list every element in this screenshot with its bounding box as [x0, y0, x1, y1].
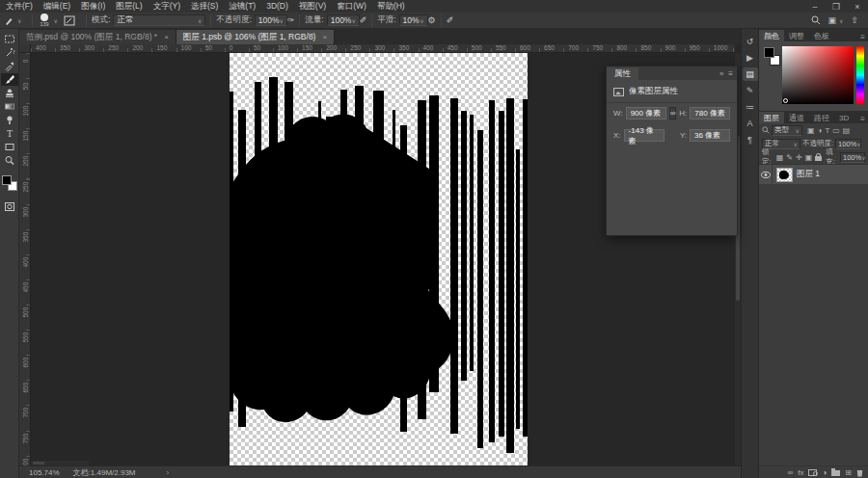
tab-swatches[interactable]: 色板 [809, 30, 834, 41]
filter-smart-object-icon[interactable]: ▤ [843, 126, 851, 135]
tab-channels[interactable]: 通道 [784, 112, 809, 123]
menu-item[interactable]: 窗口(W) [337, 1, 366, 11]
properties-panel-icon[interactable]: ▤ [743, 67, 758, 81]
quick-mask-button[interactable] [1, 200, 18, 213]
clone-stamp-tool[interactable] [1, 87, 18, 99]
horizontal-ruler[interactable]: 4003503002502001501005005010015020025030… [31, 44, 735, 53]
mode-select[interactable]: 正常∨ [113, 14, 205, 26]
brush-size-picker[interactable]: 139 ∨ [38, 13, 58, 28]
link-dimensions-icon[interactable]: ∞ [669, 107, 677, 120]
eyedropper-tool[interactable] [1, 60, 18, 72]
tab-adjustments[interactable]: 调整 [784, 30, 809, 41]
filter-shape-icon[interactable]: ▭ [832, 126, 840, 135]
shape-tool[interactable] [1, 141, 18, 153]
lock-transparency-icon[interactable]: ▦ [776, 153, 784, 162]
magic-wand-tool[interactable] [1, 46, 18, 59]
properties-title[interactable]: 属性 [607, 67, 638, 80]
status-menu-chevron[interactable]: › [167, 468, 170, 477]
restore-button[interactable]: ❐ [826, 2, 847, 12]
menu-item[interactable]: 帮助(H) [377, 1, 405, 11]
close-icon[interactable]: × [164, 33, 169, 41]
filter-adjustment-icon[interactable]: ◑ [818, 126, 823, 135]
flow-field[interactable]: 100%∨ [327, 14, 360, 26]
menu-item[interactable]: 编辑(E) [43, 1, 70, 11]
color-swatches[interactable] [763, 46, 782, 69]
tab-paths[interactable]: 路径 [809, 112, 834, 123]
visibility-toggle[interactable] [759, 165, 773, 184]
menu-item[interactable]: 图层(L) [116, 1, 142, 11]
panel-menu-icon[interactable]: ≡ [728, 69, 733, 78]
history-panel-icon[interactable]: ↺ [743, 35, 758, 48]
document-tab-inactive[interactable]: 范例.psd @ 100% (图层 1, RGB/8) *× [19, 30, 176, 44]
layer-thumbnail[interactable] [776, 168, 793, 182]
x-field[interactable]: -143 像素 [624, 129, 665, 142]
dodge-tool[interactable] [1, 114, 18, 126]
paragraph-panel-icon[interactable]: ¶ [743, 133, 758, 146]
close-button[interactable]: × [847, 2, 868, 12]
tool-preset-picker[interactable]: ∨ [4, 15, 21, 26]
layer-style-icon[interactable]: fx [798, 468, 803, 477]
brush-settings-panel-icon[interactable]: ✎ [743, 84, 758, 97]
new-layer-icon[interactable]: ⊞ [845, 468, 852, 477]
tab-3d[interactable]: 3D [834, 112, 854, 123]
clone-source-panel-icon[interactable]: ≔ [743, 100, 758, 114]
document-tab-active[interactable]: 图层 1.psb @ 106% (图层 1, RGB/8)× [176, 30, 335, 44]
saturation-brightness-field[interactable] [782, 46, 854, 104]
layer-opacity-field[interactable]: 100%∨ [835, 139, 861, 149]
menu-item[interactable]: 图像(I) [81, 1, 105, 11]
pressure-size-icon[interactable]: ✐ [447, 15, 454, 25]
canvas[interactable] [230, 53, 528, 465]
menu-item[interactable]: 选择(S) [191, 1, 218, 11]
zoom-level[interactable]: 105.74% [29, 468, 60, 477]
search-icon[interactable] [811, 15, 821, 25]
hue-slider[interactable] [856, 46, 864, 104]
tab-color[interactable]: 颜色 [759, 30, 784, 41]
collapse-panel-icon[interactable]: » [719, 69, 723, 78]
width-field[interactable]: 900 像素 [626, 107, 666, 120]
pressure-opacity-icon[interactable]: ✑ [287, 15, 295, 25]
character-panel-icon[interactable]: A [743, 117, 758, 130]
menu-item[interactable]: 滤镜(T) [229, 1, 256, 11]
fill-field[interactable]: 100%∨ [840, 152, 865, 163]
menu-item[interactable]: 3D(D) [266, 1, 288, 11]
add-mask-icon[interactable] [808, 469, 817, 476]
filter-pixel-icon[interactable]: ▣ [807, 126, 815, 135]
menu-item[interactable]: 文件(F) [6, 1, 33, 11]
link-layers-icon[interactable]: ∞ [788, 468, 794, 477]
foreground-background-swatches[interactable] [2, 175, 17, 191]
filter-type-icon[interactable]: T [825, 126, 829, 135]
horizontal-scrollbar[interactable] [31, 461, 89, 465]
minimize-button[interactable]: – [804, 2, 826, 12]
delete-layer-icon[interactable] [856, 470, 863, 477]
adjustment-layer-icon[interactable]: ◑ [822, 468, 827, 477]
tab-layers[interactable]: 图层 [759, 112, 784, 123]
marquee-tool[interactable] [1, 33, 18, 45]
type-tool[interactable]: T [1, 127, 18, 140]
opacity-field[interactable]: 100%∨ [255, 14, 287, 26]
lock-all-icon[interactable] [815, 156, 822, 161]
panel-menu-icon[interactable]: ≡ [860, 115, 865, 123]
height-field[interactable]: 780 像素 [690, 107, 730, 120]
airbrush-icon[interactable]: ✐ [360, 15, 367, 25]
new-group-icon[interactable] [831, 470, 840, 476]
workspace-switcher[interactable]: ▣∨ [828, 15, 844, 25]
color-marker[interactable] [783, 98, 788, 103]
filter-type-select[interactable]: 类型∨ [772, 125, 802, 136]
zoom-tool[interactable] [1, 154, 18, 167]
ruler-corner[interactable] [19, 44, 31, 53]
close-icon[interactable]: × [322, 33, 327, 41]
foreground-color-swatch[interactable] [2, 175, 12, 185]
gradient-tool[interactable] [1, 100, 18, 113]
layer-name[interactable]: 图层 1 [797, 169, 820, 180]
lock-position-icon[interactable]: ✛ [796, 153, 802, 162]
brush-tool[interactable] [1, 73, 18, 86]
lock-artboard-icon[interactable]: ▣ [805, 153, 813, 162]
foreground-color-swatch[interactable] [764, 47, 774, 58]
actions-panel-icon[interactable]: ▶ [743, 51, 758, 65]
smoothing-field[interactable]: 10%∨ [399, 14, 428, 26]
toggle-brush-panel-button[interactable] [64, 15, 75, 26]
y-field[interactable]: 36 像素 [690, 129, 730, 142]
share-icon[interactable]: ⇧ [851, 15, 858, 25]
gear-icon[interactable]: ⚙ [428, 15, 436, 25]
vertical-ruler[interactable]: 0501001502002503003504004505005506006507… [19, 53, 31, 465]
